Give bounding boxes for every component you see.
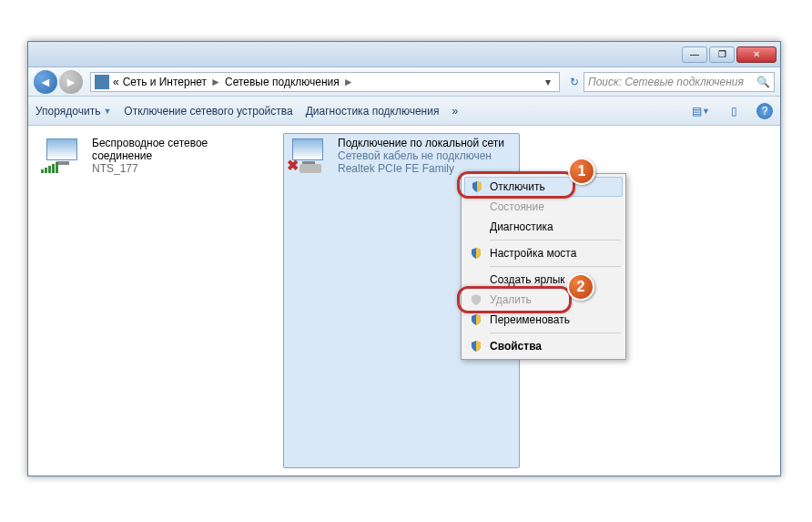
content-area: Беспроводное сетевое соединение NTS_177 …: [28, 126, 780, 476]
overflow-button[interactable]: »: [452, 105, 458, 118]
shield-icon: [470, 247, 482, 260]
menu-separator: [490, 266, 621, 267]
back-button[interactable]: ◄: [34, 70, 57, 94]
organize-menu[interactable]: Упорядочить ▼: [36, 105, 111, 118]
shield-icon: [470, 293, 482, 306]
breadcrumb-item-network[interactable]: Сеть и Интернет: [123, 76, 207, 88]
ctx-disable-label: Отключить: [490, 180, 545, 193]
context-menu: Отключить Состояние Диагностика Настройк…: [461, 173, 626, 360]
breadcrumb[interactable]: « Сеть и Интернет ► Сетевые подключения …: [90, 72, 560, 92]
ctx-bridge[interactable]: Настройка моста: [464, 243, 623, 263]
chevron-down-icon: ▼: [103, 107, 111, 116]
connection-title: Беспроводное сетевое соединение: [92, 137, 270, 162]
lan-connection-icon: ✖: [287, 137, 330, 173]
navigation-bar: ◄ ► « Сеть и Интернет ► Сетевые подключе…: [28, 67, 780, 97]
annotation-badge-2: 2: [567, 273, 594, 301]
connection-text: Беспроводное сетевое соединение NTS_177: [92, 137, 270, 465]
ctx-rename-label: Переименовать: [490, 313, 570, 326]
ctx-status: Состояние: [464, 197, 623, 217]
forward-button[interactable]: ►: [59, 70, 83, 94]
ctx-delete-label: Удалить: [490, 293, 532, 306]
diagnose-button[interactable]: Диагностика подключения: [306, 105, 440, 118]
connection-title: Подключение по локальной сети: [338, 137, 504, 149]
breadcrumb-laquo: «: [113, 76, 119, 88]
ctx-properties-label: Свойства: [490, 340, 542, 353]
ctx-delete: Удалить: [464, 290, 623, 310]
search-placeholder: Поиск: Сетевые подключения: [588, 76, 744, 88]
breadcrumb-item-connections[interactable]: Сетевые подключения: [225, 76, 340, 88]
preview-pane-button[interactable]: ▯: [724, 101, 744, 121]
help-button[interactable]: ?: [756, 103, 773, 119]
connection-status: Сетевой кабель не подключен: [338, 149, 504, 162]
connection-device: NTS_177: [92, 162, 270, 175]
titlebar: — ❐ ✕: [28, 42, 780, 67]
ctx-diagnose[interactable]: Диагностика: [464, 217, 623, 237]
wifi-connection-icon: [41, 137, 85, 173]
ctx-diagnose-label: Диагностика: [490, 220, 553, 233]
breadcrumb-sep: ►: [343, 76, 354, 88]
refresh-button[interactable]: ↻: [565, 76, 584, 88]
annotation-badge-1: 1: [568, 158, 595, 185]
disable-device-button[interactable]: Отключение сетевого устройства: [124, 105, 292, 118]
view-icon: ▤: [692, 105, 702, 118]
shield-icon: [470, 340, 482, 353]
ctx-rename[interactable]: Переименовать: [464, 310, 623, 330]
location-icon: [95, 75, 109, 89]
chevron-down-icon: ▼: [702, 107, 710, 116]
maximize-button[interactable]: ❐: [709, 46, 735, 63]
close-button[interactable]: ✕: [736, 46, 776, 63]
search-input[interactable]: Поиск: Сетевые подключения 🔍: [584, 72, 775, 92]
search-icon: 🔍: [756, 76, 770, 88]
ctx-bridge-label: Настройка моста: [490, 247, 576, 260]
menu-separator: [490, 333, 621, 333]
connection-item-wifi[interactable]: Беспроводное сетевое соединение NTS_177: [37, 133, 274, 468]
breadcrumb-sep: ►: [210, 76, 221, 88]
ctx-disable[interactable]: Отключить: [464, 177, 623, 197]
ctx-shortcut[interactable]: Создать ярлык: [464, 270, 623, 290]
ctx-shortcut-label: Создать ярлык: [490, 273, 565, 286]
ctx-status-label: Состояние: [490, 200, 544, 213]
view-options-button[interactable]: ▤ ▼: [691, 101, 711, 121]
organize-label: Упорядочить: [36, 105, 100, 118]
shield-icon: [471, 180, 483, 193]
breadcrumb-dropdown[interactable]: ▾: [541, 76, 555, 88]
command-bar: Упорядочить ▼ Отключение сетевого устрой…: [28, 97, 780, 126]
shield-icon: [470, 313, 482, 326]
minimize-button[interactable]: —: [682, 46, 707, 63]
menu-separator: [490, 240, 621, 241]
explorer-window: — ❐ ✕ ◄ ► « Сеть и Интернет ► Сетевые по…: [27, 41, 781, 476]
ctx-properties[interactable]: Свойства: [464, 336, 623, 356]
